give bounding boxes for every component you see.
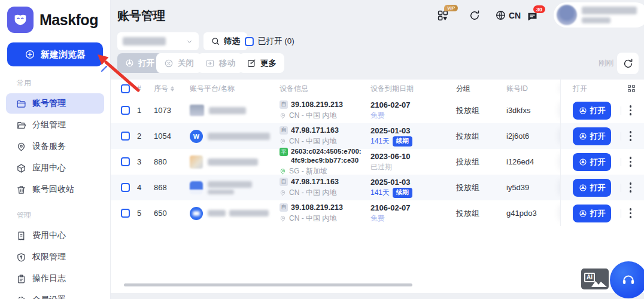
row-menu-icon[interactable] bbox=[626, 129, 636, 144]
language-label: CN bbox=[509, 11, 521, 20]
account-id: g41pdo3 bbox=[506, 209, 560, 218]
close-selected-button[interactable]: 关闭 bbox=[156, 53, 202, 73]
opened-only-checkbox[interactable]: 已打开 (0) bbox=[245, 36, 294, 47]
row-checkbox[interactable] bbox=[121, 132, 130, 141]
more-label: 更多 bbox=[260, 58, 277, 69]
row-menu-icon[interactable] bbox=[626, 180, 636, 195]
open-browser-button[interactable]: 打开 bbox=[573, 127, 611, 145]
new-browser-button[interactable]: 新建浏览器 bbox=[7, 42, 103, 66]
sidebar-item-group-management[interactable]: 分组管理 bbox=[6, 115, 104, 135]
location-label: SG - 新加坡 bbox=[289, 166, 327, 176]
sidebar-section-manage: 管理 bbox=[0, 201, 110, 224]
checkbox-icon[interactable] bbox=[245, 37, 254, 46]
cube-icon bbox=[16, 163, 26, 173]
row-checkbox[interactable] bbox=[121, 157, 130, 166]
group-label: 投放组 bbox=[456, 131, 506, 142]
location-label: CN - 中国 内地 bbox=[289, 136, 336, 147]
open-selected-button[interactable]: 打开 bbox=[117, 53, 162, 73]
sidebar-item-billing-center[interactable]: 费用中心 bbox=[6, 225, 104, 246]
row-checkbox[interactable] bbox=[121, 106, 130, 115]
filter-button[interactable]: 筛选 bbox=[203, 32, 247, 50]
table-row[interactable]: 1 1073 自39.108.219.213 CN - 中国 内地 2106-0… bbox=[111, 97, 644, 123]
horizontal-scrollbar[interactable] bbox=[124, 283, 412, 286]
sort-icon[interactable] bbox=[171, 86, 174, 91]
avatar bbox=[557, 5, 577, 25]
browser-icon bbox=[579, 184, 587, 192]
folder-icon bbox=[16, 99, 26, 109]
sidebar-item-app-center[interactable]: 应用中心 bbox=[6, 158, 104, 178]
account-id: iy5d39 bbox=[506, 183, 560, 192]
brand-name: Maskfog bbox=[40, 11, 98, 29]
sidebar-item-device-service[interactable]: 设备服务 bbox=[6, 136, 104, 157]
sidebar-item-label: 权限管理 bbox=[32, 252, 66, 263]
filter-label: 筛选 bbox=[224, 36, 240, 47]
sidebar-item-account-management[interactable]: 账号管理 bbox=[6, 93, 104, 114]
page-title: 账号管理 bbox=[117, 8, 165, 24]
expiry-date: 2025-01-03 bbox=[370, 178, 456, 187]
select-all-checkbox[interactable] bbox=[121, 84, 130, 93]
vip-badge: VIP bbox=[444, 5, 458, 11]
header-group: 分组 bbox=[456, 84, 506, 94]
table-row[interactable]: 3 880 平2603:c024:4505:e700:4fc9:bec9:bb7… bbox=[111, 149, 644, 175]
header-account-id: 账号ID bbox=[506, 84, 560, 94]
location-pin-icon bbox=[280, 215, 286, 222]
platform-name-blurred bbox=[208, 181, 252, 194]
platform-name-blurred bbox=[208, 133, 270, 140]
open-browser-button[interactable]: 打开 bbox=[573, 153, 611, 171]
language-switcher[interactable]: CN bbox=[495, 10, 521, 21]
account-id: i126ed4 bbox=[506, 157, 560, 166]
open-browser-button[interactable]: 打开 bbox=[573, 102, 611, 120]
refresh-icon[interactable] bbox=[469, 10, 481, 24]
account-id: i2j6ot6 bbox=[506, 132, 560, 141]
user-name-blurred bbox=[582, 7, 637, 23]
platform-name-blurred bbox=[209, 107, 246, 114]
globe-icon bbox=[495, 10, 506, 21]
days-left: 141天 bbox=[370, 136, 390, 147]
header-device: 设备信息 bbox=[280, 84, 370, 94]
header-platform: 账号平台/名称 bbox=[190, 84, 280, 94]
row-menu-icon[interactable] bbox=[626, 154, 636, 169]
row-checkbox[interactable] bbox=[121, 183, 130, 192]
expiry-note: 已过期 bbox=[370, 162, 456, 172]
maskfog-app: Maskfog 新建浏览器 常用 账号管理 分组管理 设备服务 应用中心 账号回… bbox=[0, 0, 644, 299]
row-checkbox[interactable] bbox=[121, 209, 130, 218]
table-refresh-button[interactable] bbox=[617, 53, 639, 74]
browser-icon bbox=[125, 59, 134, 68]
user-account-menu[interactable] bbox=[554, 2, 644, 28]
table-row[interactable]: 4 868 自47.98.171.163 CN - 中国 内地 2025-01-… bbox=[111, 175, 644, 200]
plus-circle-icon bbox=[25, 49, 35, 60]
move-selected-button[interactable]: 移动 bbox=[198, 53, 243, 73]
group-label: 投放组 bbox=[456, 105, 506, 116]
platform-icon-blurred bbox=[190, 155, 203, 169]
sidebar-item-permission-management[interactable]: 权限管理 bbox=[6, 247, 104, 267]
move-label: 移动 bbox=[219, 58, 235, 69]
browser-icon bbox=[579, 106, 587, 115]
row-menu-icon[interactable] bbox=[626, 103, 636, 118]
open-browser-button[interactable]: 打开 bbox=[573, 205, 611, 222]
receipt-icon bbox=[16, 231, 26, 241]
sidebar-item-operation-log[interactable]: 操作日志 bbox=[6, 269, 104, 289]
renew-badge[interactable]: 续期 bbox=[393, 136, 412, 147]
platform-name-blurred bbox=[208, 210, 269, 216]
proxy-type-badge: 自 bbox=[280, 126, 288, 135]
apps-grid-icon[interactable]: VIP bbox=[436, 9, 449, 25]
ip-address: 39.108.219.213 bbox=[291, 203, 343, 212]
customer-service-fab[interactable] bbox=[610, 261, 644, 298]
renew-badge[interactable]: 续期 bbox=[393, 188, 412, 198]
table-row[interactable]: 5 650 自39.108.219.213 CN - 中国 内地 2106-02… bbox=[111, 200, 644, 226]
sidebar-item-label: 全局设置 bbox=[32, 295, 66, 299]
table-row[interactable]: 2 1054 W 自47.98.171.163 CN - 中国 内地 2025-… bbox=[111, 123, 644, 149]
messages-icon[interactable]: 30 bbox=[526, 10, 539, 25]
more-actions-button[interactable]: 更多 bbox=[239, 53, 284, 73]
column-settings-icon[interactable] bbox=[628, 85, 635, 92]
sidebar-item-label: 分组管理 bbox=[32, 120, 66, 130]
search-field-dropdown[interactable] bbox=[117, 32, 199, 50]
sidebar-item-global-settings[interactable]: 全局设置 bbox=[6, 290, 104, 299]
row-menu-icon[interactable] bbox=[626, 206, 636, 221]
location-label: CN - 中国 内地 bbox=[289, 188, 336, 198]
group-label: 投放组 bbox=[456, 157, 506, 167]
open-label: 打开 bbox=[138, 58, 154, 69]
sidebar-item-recycle-bin[interactable]: 账号回收站 bbox=[6, 179, 104, 200]
open-browser-button[interactable]: 打开 bbox=[573, 179, 611, 197]
header-seq[interactable]: 序号 bbox=[154, 84, 190, 94]
